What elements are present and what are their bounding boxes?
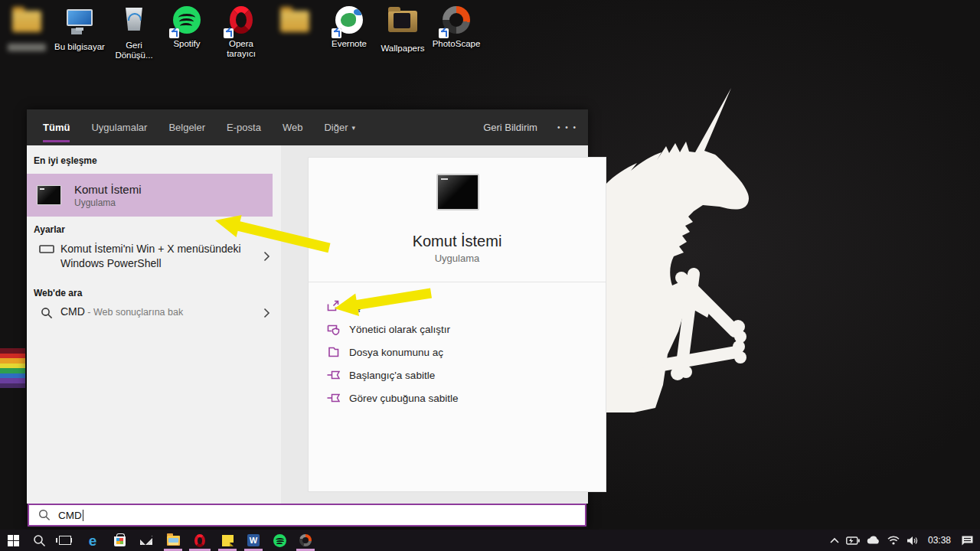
blurred-label [8,44,46,51]
start-button[interactable] [2,530,24,551]
edge-icon: e [89,533,97,548]
result-title: Komut İstemi [74,182,142,197]
search-preview-panel: Komut İstemi Uygulama Aç Yönetici olarak… [281,145,588,504]
taskbar-file-explorer[interactable] [162,530,185,551]
taskbar-sticky-notes[interactable] [216,530,239,551]
task-view-button[interactable] [54,530,77,551]
taskbar-store[interactable] [108,530,131,551]
blurred-folder-icon [11,11,42,41]
desktop-icon-evernote[interactable]: Evernote [323,5,375,49]
chevron-right-icon [263,308,270,321]
search-icon [33,534,46,547]
taskbar-photoscape[interactable] [294,530,317,551]
chevron-down-icon: ▾ [351,124,355,132]
wallpapers-folder-icon [387,11,418,41]
sticky-notes-icon [222,535,234,546]
action-open[interactable]: Aç [327,300,361,312]
search-input[interactable]: CMD [28,504,586,527]
word-icon: W [247,534,260,546]
tab-all[interactable]: Tümü [43,109,70,145]
spotify-icon [273,534,286,547]
shortcut-arrow-badge [439,28,449,38]
tab-documents[interactable]: Belgeler [168,109,205,145]
unicorn-silhouette [588,79,763,412]
desktop-icon-wallpapers[interactable]: Wallpapers [377,5,429,54]
tab-web[interactable]: Web [283,109,303,145]
result-type: Uygulama [74,197,142,208]
taskbar-word[interactable]: W [242,530,265,551]
search-icon [33,305,60,319]
taskbar-search-button[interactable] [28,530,51,551]
system-tray: 03:38 [830,530,974,551]
action-center-icon[interactable] [961,535,974,546]
settings-result-powershell[interactable]: Komut İstemi'ni Win + X menüsündeki Wind… [33,242,281,271]
wifi-icon[interactable] [887,536,900,545]
blurred-folder-icon [279,11,310,41]
onedrive-cloud-icon[interactable] [867,536,880,545]
clock[interactable]: 03:38 [925,535,954,546]
desktop-icon-opera[interactable]: Opera tarayıcı [215,5,267,59]
text-cursor [83,510,83,521]
windows-logo-icon [8,535,19,546]
web-search-result[interactable]: CMD - Web sonuçlarına bak [33,305,281,320]
shortcut-arrow-badge [332,28,341,38]
desktop-icon-photoscape[interactable]: PhotoScape [430,5,482,49]
admin-shield-icon [327,323,340,335]
more-options-icon[interactable]: • • • [557,123,577,132]
battery-icon[interactable] [846,536,860,545]
desktop-icon-spotify[interactable]: Spotify [161,5,213,49]
action-pin-to-start[interactable]: Başlangıç'a sabitle [327,369,435,381]
recycle-bin-icon [119,8,149,38]
tab-apps[interactable]: Uygulamalar [91,109,147,145]
feedback-link[interactable]: Geri Bildirim [483,122,537,133]
opera-icon [226,6,256,37]
desktop-icon-this-pc[interactable]: Bu bilgisayar [54,5,106,52]
action-pin-to-taskbar[interactable]: Görev çubuğuna sabitle [327,392,459,404]
this-pc-icon [64,9,95,40]
search-filter-bar: Tümü Uygulamalar Belgeler E-posta Web Di… [27,109,588,145]
chevron-right-icon [263,251,270,265]
preview-title: Komut İstemi [309,233,606,250]
taskbar: e W [0,530,980,551]
cmd-app-icon [37,185,61,205]
shortcut-arrow-badge [169,28,179,38]
pin-start-icon [327,369,340,381]
desktop-icon-recycle-bin[interactable]: Geri Dönüşü... [108,5,160,60]
app-preview-card: Komut İstemi Uygulama Aç Yönetici olarak… [308,157,606,492]
settings-header: Ayarlar [34,224,65,235]
tab-more[interactable]: Diğer▾ [324,109,355,145]
mail-icon [140,536,152,545]
search-results-panel: En iyi eşleşme Komut İstemi Uygulama Aya… [27,145,281,504]
open-icon [327,300,340,312]
desktop-icon-blurred-2[interactable] [269,5,321,44]
best-match-result[interactable]: Komut İstemi Uygulama [27,174,273,217]
shortcut-arrow-badge [224,28,234,38]
rainbow-stripe-decoration [0,348,25,388]
photoscape-icon [441,6,472,37]
evernote-icon [334,6,364,37]
file-explorer-icon [167,536,180,546]
start-search-flyout: Tümü Uygulamalar Belgeler E-posta Web Di… [27,109,588,528]
taskbar-edge[interactable]: e [81,530,104,551]
window-settings-icon [33,242,60,256]
action-open-file-location[interactable]: Dosya konumunu aç [327,346,443,358]
cmd-app-icon-large [436,174,479,210]
web-search-header: Web'de ara [34,288,82,298]
search-icon [38,509,51,521]
preview-type: Uygulama [309,253,606,264]
file-location-icon [327,346,340,358]
divider [309,282,606,282]
task-view-icon [59,536,71,545]
taskbar-mail[interactable] [135,530,158,551]
volume-icon[interactable] [906,536,918,546]
pin-taskbar-icon [327,392,340,404]
microsoft-store-icon [114,536,126,546]
opera-icon [194,534,205,547]
desktop-icon-blurred-1[interactable] [1,5,53,51]
tray-expand-chevron-icon[interactable] [830,537,839,543]
spotify-icon [172,6,202,37]
taskbar-spotify[interactable] [268,530,291,551]
tab-email[interactable]: E-posta [227,109,261,145]
action-run-as-admin[interactable]: Yönetici olarak çalıştır [327,323,450,335]
taskbar-opera[interactable] [188,530,211,551]
